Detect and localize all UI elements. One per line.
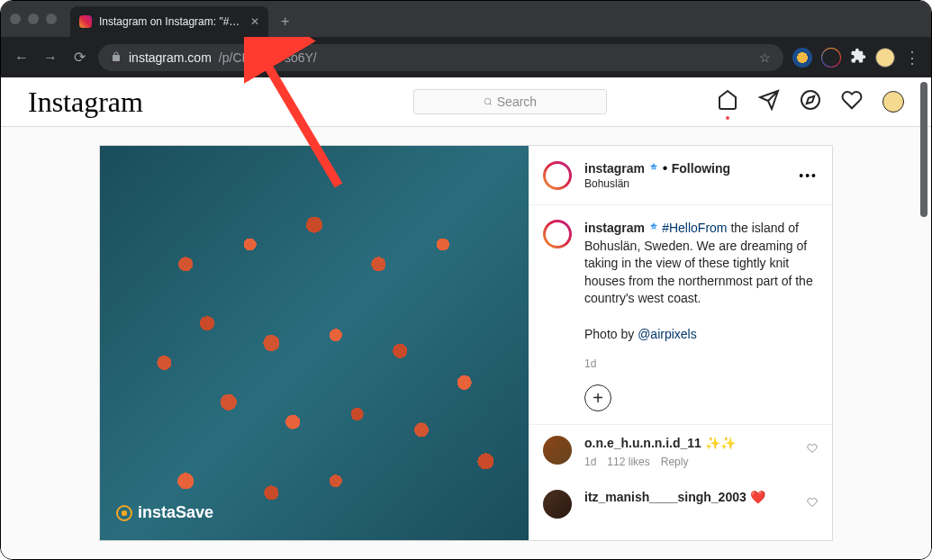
comment-row: itz_manish____singh_2003 ❤️: [529, 479, 832, 529]
post-author-avatar[interactable]: [543, 161, 572, 190]
notification-dot: [726, 116, 729, 120]
instagram-logo[interactable]: Instagram: [28, 86, 143, 119]
maximize-window[interactable]: [46, 14, 57, 24]
post-location[interactable]: Bohuslän: [584, 177, 730, 190]
home-icon[interactable]: [717, 89, 738, 114]
address-bar[interactable]: instagram.com/p/CH5qV6-so6Y/ ☆: [98, 44, 783, 71]
watermark: instaSave: [116, 503, 213, 522]
profile-icon[interactable]: [875, 48, 895, 68]
post-author-row: instagram • Following: [584, 160, 730, 176]
reload-button[interactable]: ⟳: [69, 49, 89, 66]
comment-avatar[interactable]: [543, 490, 572, 519]
comment-likes[interactable]: 112 likes: [607, 456, 649, 468]
caption-hashtag[interactable]: #HelloFrom: [662, 221, 727, 235]
comment-text: ✨✨: [701, 436, 736, 450]
browser-menu-icon[interactable]: ⋮: [904, 48, 920, 68]
new-tab-button[interactable]: +: [281, 14, 289, 30]
address-row: ← → ⟳ instagram.com/p/CH5qV6-so6Y/ ☆ ⋮: [1, 37, 931, 77]
verified-badge-icon: [648, 163, 662, 176]
search-placeholder: Search: [497, 95, 537, 109]
content-area: instaSave instagram • Following Bohuslän…: [1, 127, 931, 560]
extension-icon-1[interactable]: [792, 48, 812, 68]
post-image[interactable]: instaSave: [100, 146, 529, 540]
comment-reply[interactable]: Reply: [661, 456, 689, 468]
photo-credit-prefix: Photo by: [584, 327, 638, 341]
post-sidebar: instagram • Following Bohuslän ••• insta…: [529, 146, 832, 540]
forward-button[interactable]: →: [41, 50, 60, 66]
browser-tab[interactable]: Instagram on Instagram: "#Hel… ✕: [70, 6, 268, 37]
close-window[interactable]: [10, 14, 21, 24]
comments-list: o.n.e_h.u.n.n.i.d_11 ✨✨ 1d 112 likes Rep…: [529, 424, 832, 529]
post-author-username[interactable]: instagram: [584, 161, 645, 176]
add-button-wrap: +: [529, 381, 832, 424]
browser-chrome: Instagram on Instagram: "#Hel… ✕ + ← → ⟳…: [1, 1, 931, 77]
extensions-puzzle-icon[interactable]: [850, 48, 866, 68]
url-domain: instagram.com: [129, 50, 212, 65]
like-comment-icon[interactable]: [807, 441, 818, 457]
photo-credit-handle[interactable]: @airpixels: [638, 327, 697, 341]
tab-bar: Instagram on Instagram: "#Hel… ✕ +: [1, 1, 931, 37]
bookmark-star-icon[interactable]: ☆: [759, 50, 771, 65]
search-icon: [484, 95, 493, 109]
comment-meta: 1d 112 likes Reply: [584, 456, 794, 468]
instagram-header: Instagram Search: [1, 77, 931, 127]
caption-author-avatar[interactable]: [543, 220, 572, 248]
scrollbar[interactable]: [920, 82, 929, 555]
bullet: •: [663, 160, 672, 176]
watermark-text: instaSave: [138, 503, 213, 522]
scrollbar-thumb[interactable]: [920, 82, 927, 217]
post-caption: instagram #HelloFrom the island of Bohus…: [529, 205, 832, 357]
profile-avatar[interactable]: [882, 91, 904, 113]
tab-title: Instagram on Instagram: "#Hel…: [99, 15, 243, 28]
svg-point-0: [484, 98, 491, 104]
back-button[interactable]: ←: [12, 50, 32, 66]
search-input[interactable]: Search: [413, 89, 607, 114]
window-controls: [10, 14, 57, 24]
extension-icon-2[interactable]: [821, 48, 841, 68]
instagram-favicon: [79, 15, 92, 28]
explore-icon[interactable]: [800, 89, 821, 114]
post-header: instagram • Following Bohuslän •••: [529, 146, 832, 205]
like-comment-icon[interactable]: [807, 495, 818, 511]
lock-icon: [111, 50, 122, 65]
svg-marker-2: [807, 96, 814, 104]
svg-point-1: [801, 91, 819, 109]
verified-badge-icon: [648, 222, 662, 235]
comment-username[interactable]: o.n.e_h.u.n.n.i.d_11: [584, 436, 701, 450]
comment-avatar[interactable]: [543, 436, 572, 465]
url-path: /p/CH5qV6-so6Y/: [219, 50, 317, 65]
post-time: 1d: [529, 357, 832, 381]
post-options-icon[interactable]: •••: [799, 168, 818, 183]
caption-author[interactable]: instagram: [584, 221, 645, 235]
follow-state[interactable]: Following: [672, 161, 730, 176]
nav-icons: [717, 89, 904, 114]
add-button[interactable]: +: [584, 384, 611, 411]
post-card: instaSave instagram • Following Bohuslän…: [99, 145, 833, 541]
comment-time: 1d: [584, 456, 596, 468]
minimize-window[interactable]: [28, 14, 39, 24]
close-tab-icon[interactable]: ✕: [250, 15, 259, 28]
messages-icon[interactable]: [758, 89, 780, 114]
activity-heart-icon[interactable]: [841, 89, 863, 114]
comment-row: o.n.e_h.u.n.n.i.d_11 ✨✨ 1d 112 likes Rep…: [529, 425, 832, 479]
watermark-icon: [116, 505, 132, 521]
comment-username[interactable]: itz_manish____singh_2003: [584, 490, 747, 504]
comment-text: ❤️: [747, 490, 765, 504]
